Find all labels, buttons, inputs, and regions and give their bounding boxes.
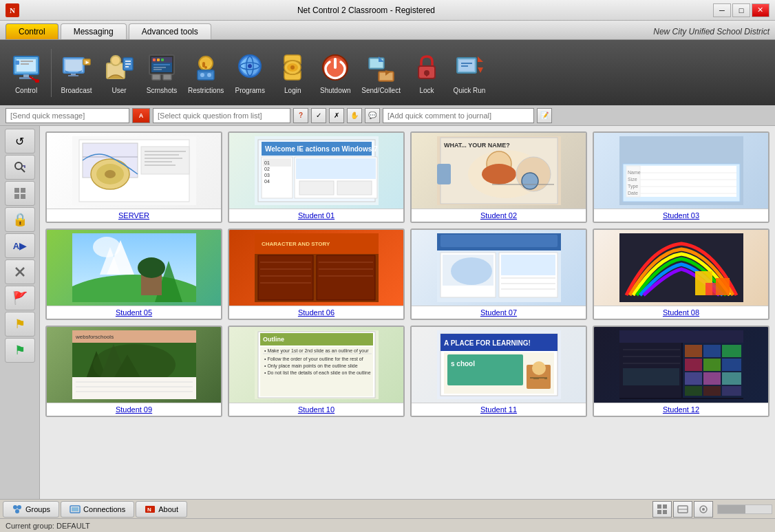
tile-student01[interactable]: Welcome IE actions on Windows 7 01 02 03… — [228, 131, 405, 223]
svg-rect-219 — [657, 510, 661, 514]
svg-rect-218 — [663, 504, 667, 509]
svg-text:A PLACE FOR LEARNING!: A PLACE FOR LEARNING! — [444, 339, 531, 347]
name-student06: Student 06 — [229, 306, 403, 319]
send-message-button[interactable]: A — [132, 108, 150, 123]
toolbar-screenshots[interactable]: Scrnshots — [141, 48, 182, 97]
close-button[interactable]: ✕ — [752, 3, 769, 17]
groups-tab-label: Groups — [25, 505, 50, 513]
maximize-button[interactable]: □ — [732, 3, 750, 17]
tile-student06[interactable]: CHARACTER AND STORY Student 06 — [228, 228, 405, 320]
svg-rect-201 — [703, 372, 721, 385]
svg-marker-59 — [478, 67, 483, 73]
tile-student03[interactable]: Name Size Type Date Student 03 — [593, 131, 769, 223]
svg-text:02: 02 — [264, 167, 270, 171]
sidebar-flag-green-button[interactable]: ⚑ — [5, 338, 35, 363]
toolbar-restrictions[interactable]: Restrictions — [184, 48, 228, 97]
tab-messaging[interactable]: Messaging — [61, 23, 127, 39]
tab-control[interactable]: Control — [6, 23, 59, 39]
tile-student05[interactable]: Student 05 — [45, 228, 222, 320]
zoom-slider[interactable] — [717, 504, 772, 514]
tile-student08[interactable]: Student 08 — [593, 228, 769, 320]
toolbar-programs[interactable]: Programs — [229, 48, 270, 97]
svg-point-15 — [111, 56, 120, 65]
thumbnail-student08 — [594, 230, 768, 306]
student-grid-container: SERVER Welcome IE actions on Windows 7 0… — [40, 126, 775, 499]
svg-rect-25 — [161, 58, 164, 61]
svg-rect-65 — [21, 188, 25, 193]
window-title: Net Control 2 Classroom - Registered — [297, 6, 435, 15]
toolbar: Control ► Broadcast — [0, 40, 775, 105]
journal-add-button[interactable]: 📝 — [537, 108, 552, 123]
view-grid-button[interactable] — [652, 501, 672, 518]
sidebar-layout-button[interactable] — [5, 181, 35, 206]
question-btn-2[interactable]: ✓ — [311, 108, 326, 123]
svg-rect-110 — [626, 166, 736, 197]
sidebar-refresh-button[interactable]: ↺ — [5, 129, 35, 153]
toolbar-user[interactable]: User — [98, 48, 140, 97]
sidebar-flag-red-button[interactable]: 🚩 — [5, 286, 35, 310]
journal-input[interactable] — [383, 108, 534, 123]
tile-student07[interactable]: Student 07 — [410, 228, 587, 320]
svg-text:WHAT... YOUR NAME?: WHAT... YOUR NAME? — [444, 142, 510, 149]
svg-rect-205 — [722, 386, 741, 396]
svg-rect-64 — [14, 188, 19, 193]
toolbar-control[interactable]: Control — [6, 48, 47, 97]
raise-hand-button[interactable]: ✋ — [347, 108, 362, 123]
question-btn-1[interactable]: ? — [293, 108, 308, 123]
chat-button[interactable]: 💬 — [365, 108, 380, 123]
svg-point-127 — [138, 257, 165, 278]
minimize-button[interactable]: ─ — [713, 3, 731, 17]
titlebar-controls: ─ □ ✕ — [713, 3, 769, 17]
tile-student02[interactable]: WHAT... YOUR NAME? Student 02 — [410, 131, 587, 223]
settings-button[interactable] — [694, 501, 713, 518]
svg-point-35 — [200, 73, 204, 77]
sidebar-tools-button[interactable] — [5, 259, 35, 284]
svg-point-102 — [482, 164, 516, 184]
connections-tab[interactable]: Connections — [61, 501, 134, 518]
svg-rect-19 — [125, 66, 129, 67]
quick-question-input[interactable] — [153, 108, 290, 123]
sidebar-flag-yellow-button[interactable]: ⚑ — [5, 312, 35, 337]
about-tab[interactable]: N About — [136, 501, 187, 518]
student-grid: SERVER Welcome IE actions on Windows 7 0… — [45, 131, 769, 417]
toolbar-broadcast[interactable]: ► Broadcast — [56, 48, 97, 97]
toolbar-send-collect[interactable]: Send/Collect — [357, 48, 405, 97]
thumbnail-student10: Outline • Make your 1st or 2nd slide as … — [229, 327, 403, 403]
about-icon: N — [145, 504, 156, 515]
svg-rect-32 — [202, 62, 205, 67]
toolbar-login[interactable]: Login — [272, 48, 313, 97]
svg-text:websforschools: websforschools — [75, 334, 114, 340]
svg-text:Size: Size — [628, 177, 637, 182]
tile-student10[interactable]: Outline • Make your 1st or 2nd slide as … — [228, 326, 405, 417]
svg-rect-191 — [619, 330, 743, 343]
thumbnail-student11: A PLACE FOR LEARNING! s chool — [412, 327, 586, 403]
name-server: SERVER — [47, 209, 221, 222]
svg-rect-57 — [459, 60, 474, 71]
question-btn-3[interactable]: ✗ — [329, 108, 344, 123]
toolbar-shutdown[interactable]: Shutdown — [315, 48, 356, 97]
svg-rect-2 — [23, 74, 29, 77]
svg-point-44 — [290, 65, 295, 70]
svg-rect-95 — [299, 181, 334, 195]
toolbar-lock[interactable]: Lock — [406, 48, 447, 97]
sidebar-search-button[interactable] — [5, 155, 35, 180]
svg-point-210 — [13, 505, 17, 509]
tile-student11[interactable]: A PLACE FOR LEARNING! s chool Student 11 — [410, 326, 587, 417]
view-list-button[interactable] — [673, 501, 692, 518]
svg-point-62 — [15, 162, 22, 169]
groups-tab[interactable]: Groups — [3, 501, 59, 518]
quickbar: A ? ✓ ✗ ✋ 💬 📝 — [0, 105, 775, 126]
toolbar-quick-run[interactable]: Quick Run — [449, 48, 490, 97]
svg-text:01: 01 — [264, 160, 270, 165]
quick-message-input[interactable] — [6, 108, 129, 123]
tile-student12[interactable]: Student 12 — [593, 326, 769, 417]
tab-advanced-tools[interactable]: Advanced tools — [129, 23, 211, 39]
tile-server[interactable]: SERVER — [45, 131, 222, 223]
svg-text:s    chool: s chool — [451, 360, 475, 368]
sidebar-lock-button[interactable]: 🔒 — [5, 207, 35, 232]
tile-student09[interactable]: websforschools Student 09 — [45, 326, 222, 417]
thumbnail-student05 — [47, 230, 221, 306]
sidebar-present-button[interactable]: A▶ — [5, 233, 35, 258]
svg-point-124 — [93, 237, 120, 257]
name-student11: Student 11 — [412, 403, 586, 416]
